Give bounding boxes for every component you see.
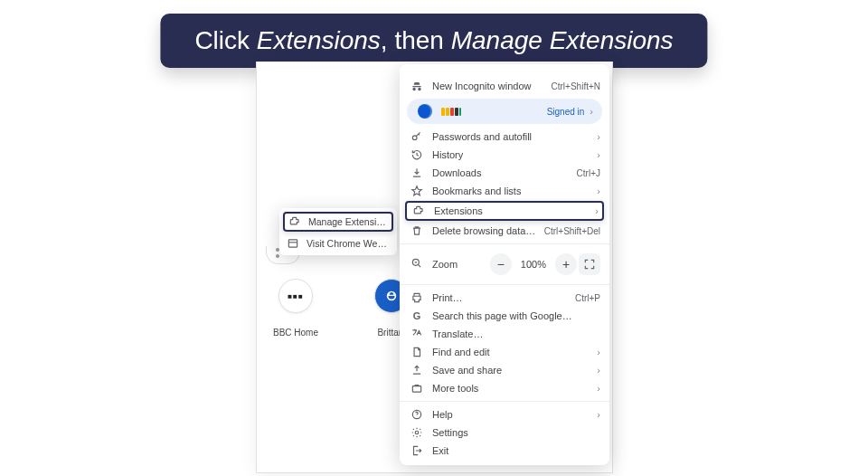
google-icon: G	[410, 309, 423, 322]
exit-icon	[410, 444, 423, 457]
gear-icon	[410, 426, 423, 439]
zoom-icon	[410, 257, 423, 271]
menu-item-bookmarks[interactable]: Bookmarks and lists ›	[400, 182, 609, 200]
svg-rect-0	[288, 240, 297, 247]
store-icon	[287, 237, 299, 250]
ntp-shortcut-bbc[interactable]: ■■■ BBC Home	[266, 279, 326, 338]
menu-label: Search this page with Google…	[432, 310, 600, 321]
menu-separator	[400, 243, 609, 244]
menu-separator	[400, 284, 609, 285]
globe-crest-icon	[385, 290, 398, 302]
menu-item-profile[interactable]: Signed in ›	[407, 99, 602, 124]
menu-item-delete-data[interactable]: Delete browsing data… Ctrl+Shift+Del	[400, 222, 609, 240]
toolbox-icon	[410, 382, 423, 395]
submenu-label: Manage Extensions	[308, 216, 388, 227]
ntp-shortcuts: ■■■ BBC Home Brittani	[266, 279, 421, 338]
chevron-right-icon: ›	[597, 409, 600, 420]
menu-label: Bookmarks and lists	[432, 186, 597, 196]
banner-text-mid: , then	[381, 26, 451, 54]
puzzle-icon	[288, 215, 301, 228]
menu-label: Find and edit	[432, 347, 597, 357]
svg-rect-3	[412, 386, 420, 392]
submenu-label: Visit Chrome Web Store	[307, 238, 390, 249]
ntp-shortcut-label: BBC Home	[266, 328, 326, 338]
instruction-banner: Click Extensions, then Manage Extensions	[160, 14, 707, 68]
chevron-right-icon: ›	[597, 131, 600, 142]
fullscreen-button[interactable]	[579, 253, 600, 275]
menu-item-downloads[interactable]: Downloads Ctrl+J	[400, 164, 609, 182]
menu-item-settings[interactable]: Settings	[400, 424, 609, 442]
history-icon	[410, 148, 423, 161]
menu-item-exit[interactable]: Exit	[400, 442, 609, 460]
profile-name-redacted	[441, 108, 547, 116]
download-icon	[410, 167, 423, 179]
chevron-right-icon: ›	[597, 365, 600, 376]
ntp-shortcut-icon: ■■■	[278, 279, 313, 313]
document-icon	[410, 346, 423, 358]
chevron-right-icon: ›	[597, 383, 600, 394]
menu-label: New Incognito window	[432, 81, 552, 91]
print-icon	[410, 291, 423, 304]
menu-label: Passwords and autofill	[432, 131, 597, 142]
help-icon	[410, 408, 423, 421]
menu-shortcut: Ctrl+Shift+Del	[544, 226, 600, 236]
chevron-right-icon: ›	[597, 149, 600, 160]
menu-item-translate[interactable]: Translate…	[400, 325, 609, 343]
dots-icon: ■■■	[288, 292, 304, 300]
menu-shortcut: Ctrl+P	[575, 293, 600, 303]
menu-separator	[400, 401, 609, 402]
menu-item-clipped	[400, 68, 609, 77]
star-icon	[410, 185, 423, 197]
menu-label: Delete browsing data…	[432, 225, 544, 236]
menu-item-passwords[interactable]: Passwords and autofill ›	[400, 128, 609, 146]
menu-label: More tools	[432, 383, 597, 394]
menu-item-find-edit[interactable]: Find and edit ›	[400, 343, 609, 361]
zoom-in-button[interactable]: +	[555, 253, 577, 275]
chrome-main-menu: New Incognito window Ctrl+Shift+N Signed…	[400, 64, 609, 465]
avatar	[418, 104, 432, 119]
banner-em2: Manage Extensions	[451, 26, 674, 54]
menu-label: Print…	[432, 292, 575, 303]
zoom-out-button[interactable]: −	[490, 253, 512, 275]
menu-label: Downloads	[432, 167, 577, 178]
menu-item-search-google[interactable]: G Search this page with Google…	[400, 307, 609, 325]
extensions-submenu: Manage Extensions Visit Chrome Web Store	[279, 208, 397, 255]
zoom-value: 100%	[521, 259, 546, 270]
menu-item-history[interactable]: History ›	[400, 146, 609, 164]
svg-point-5	[415, 431, 419, 434]
submenu-visit-store[interactable]: Visit Chrome Web Store	[279, 233, 397, 253]
menu-item-more-tools[interactable]: More tools ›	[400, 379, 609, 397]
menu-item-help[interactable]: Help ›	[400, 405, 609, 424]
chevron-right-icon: ›	[590, 106, 593, 117]
banner-em1: Extensions	[257, 26, 381, 54]
chrome-window: ■■■ BBC Home Brittani Manage Extensions …	[256, 62, 613, 473]
menu-item-extensions[interactable]: Extensions ›	[405, 201, 604, 221]
fullscreen-icon	[583, 258, 596, 271]
submenu-manage-extensions[interactable]: Manage Extensions	[283, 212, 393, 232]
puzzle-icon	[412, 205, 425, 217]
menu-item-incognito[interactable]: New Incognito window Ctrl+Shift+N	[400, 77, 609, 95]
menu-label: Help	[432, 409, 597, 420]
menu-shortcut: Ctrl+Shift+N	[552, 81, 600, 91]
share-icon	[410, 364, 423, 376]
menu-item-print[interactable]: Print… Ctrl+P	[400, 289, 609, 307]
translate-icon	[410, 328, 423, 340]
menu-label: Zoom	[432, 259, 488, 270]
key-icon	[410, 130, 423, 143]
menu-label: Settings	[432, 427, 600, 438]
menu-label: Extensions	[434, 205, 595, 216]
chevron-right-icon: ›	[595, 205, 599, 216]
menu-label: History	[432, 149, 597, 160]
menu-item-save-share[interactable]: Save and share ›	[400, 361, 609, 379]
svg-point-1	[412, 136, 417, 140]
menu-label: Exit	[432, 445, 600, 456]
chevron-right-icon: ›	[597, 186, 600, 196]
menu-label: Save and share	[432, 365, 597, 376]
banner-text: Click	[194, 26, 256, 54]
trash-icon	[410, 224, 423, 237]
profile-status: Signed in	[547, 107, 585, 117]
chevron-right-icon: ›	[597, 347, 600, 357]
menu-shortcut: Ctrl+J	[577, 168, 600, 178]
menu-label: Translate…	[432, 328, 600, 339]
incognito-icon	[410, 80, 423, 92]
